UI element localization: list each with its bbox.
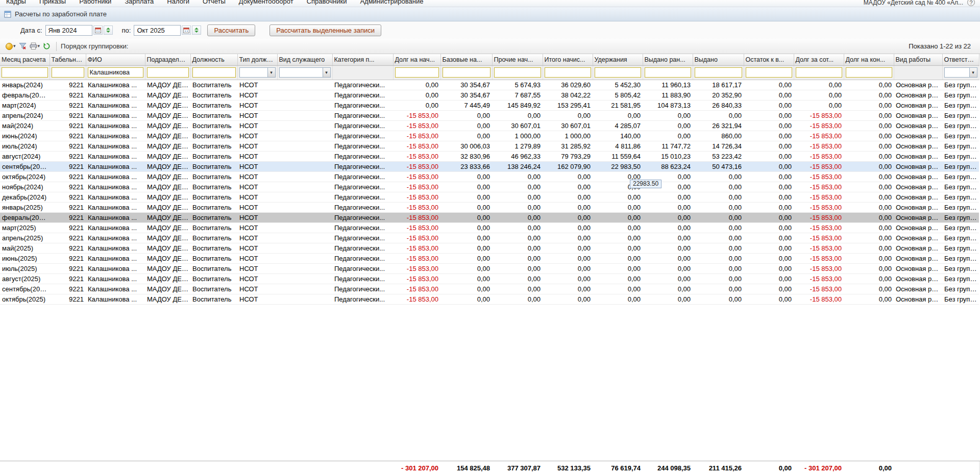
menu-item-0[interactable]: Кадры bbox=[6, 0, 26, 6]
filter-combo-serving_type[interactable]: ▾ bbox=[279, 67, 331, 78]
date-from-spinner-button[interactable] bbox=[104, 26, 113, 35]
chevron-down-icon[interactable]: ▾ bbox=[323, 68, 330, 77]
table-row[interactable]: май(2024)9221Калашникова ...МАДОУ ДЕТСК.… bbox=[0, 121, 979, 131]
table-row[interactable]: февраль(2024)9221Калашникова ...МАДОУ ДЕ… bbox=[0, 90, 979, 101]
table-row[interactable]: май(2025)9221Калашникова ...МАДОУ ДЕТСК.… bbox=[0, 243, 979, 254]
cell-fio: Калашникова ... bbox=[86, 243, 145, 254]
filter-cell-debt_end bbox=[844, 65, 894, 80]
cell-other_accruals: 46 962,33 bbox=[492, 152, 543, 162]
cell-work_type: Основная раб... bbox=[894, 233, 942, 243]
cell-fio: Калашникова ... bbox=[86, 284, 145, 294]
date-from-input[interactable] bbox=[45, 25, 92, 36]
table-row[interactable]: октябрь(2025)9221Калашникова ...МАДОУ ДЕ… bbox=[0, 294, 979, 305]
table-row[interactable]: февраль(2025)9221Калашникова ...МАДОУ ДЕ… bbox=[0, 213, 979, 223]
table-row[interactable]: август(2025)9221Калашникова ...МАДОУ ДЕТ… bbox=[0, 274, 979, 284]
cell-work_type: Основная раб... bbox=[894, 80, 942, 90]
menu-item-7[interactable]: Справочники bbox=[307, 0, 347, 6]
filter-input-fio[interactable] bbox=[88, 67, 143, 78]
date-to-calendar-button[interactable] bbox=[182, 26, 191, 35]
date-to-spinner-button[interactable] bbox=[192, 26, 201, 35]
chevron-down-icon[interactable]: ▾ bbox=[267, 68, 275, 77]
filter-input-debt_end[interactable] bbox=[846, 67, 892, 78]
column-header-tab_no[interactable]: Табельный ... bbox=[50, 54, 86, 65]
filter-input-month[interactable] bbox=[2, 67, 48, 78]
filter-input-department[interactable] bbox=[147, 67, 189, 78]
column-header-fio[interactable]: ФИО bbox=[86, 54, 145, 65]
cell-remainder: 0,00 bbox=[744, 213, 794, 223]
settings-button[interactable]: ▾ bbox=[4, 42, 17, 51]
cell-responsible: Без группы bbox=[942, 152, 979, 162]
column-header-serving_type[interactable]: Вид служащего bbox=[277, 54, 332, 65]
filter-input-debt_start[interactable] bbox=[395, 67, 439, 78]
table-row[interactable]: январь(2025)9221Калашникова ...МАДОУ ДЕТ… bbox=[0, 203, 979, 213]
date-from-calendar-button[interactable] bbox=[93, 26, 103, 35]
cell-remainder: 0,00 bbox=[744, 284, 794, 294]
menu-item-2[interactable]: Работники bbox=[79, 0, 111, 6]
table-row[interactable]: март(2024)9221Калашникова ...МАДОУ ДЕТСК… bbox=[0, 101, 979, 111]
column-header-work_type[interactable]: Вид работы bbox=[894, 54, 942, 65]
column-header-remainder[interactable]: Остаток к в... bbox=[744, 54, 794, 65]
table-row[interactable]: июль(2025)9221Калашникова ...МАДОУ ДЕТСК… bbox=[0, 264, 979, 274]
column-header-department[interactable]: Подразделение bbox=[145, 54, 190, 65]
column-header-category[interactable]: Категория п... bbox=[332, 54, 393, 65]
table-row[interactable]: октябрь(2024)9221Калашникова ...МАДОУ ДЕ… bbox=[0, 172, 979, 182]
menu-item-5[interactable]: Отчеты bbox=[203, 0, 226, 6]
filter-input-employee_debt[interactable] bbox=[796, 67, 842, 78]
print-button[interactable]: ▾ bbox=[28, 41, 42, 51]
table-row[interactable]: апрель(2025)9221Калашникова ...МАДОУ ДЕТ… bbox=[0, 233, 979, 243]
calculate-selected-button[interactable]: Рассчитать выделенные записи bbox=[270, 24, 381, 36]
refresh-button[interactable] bbox=[41, 41, 52, 51]
filter-input-issued_before[interactable] bbox=[645, 67, 691, 78]
table-row[interactable]: август(2024)9221Калашникова ...МАДОУ ДЕТ… bbox=[0, 152, 979, 162]
column-header-withholdings[interactable]: Удержания bbox=[593, 54, 643, 65]
table-row[interactable]: январь(2024)9221Калашникова ...МАДОУ ДЕТ… bbox=[0, 80, 979, 90]
column-header-position[interactable]: Должность bbox=[190, 54, 237, 65]
cell-other_accruals: 0,00 bbox=[492, 233, 543, 243]
table-row[interactable]: ноябрь(2024)9221Калашникова ...МАДОУ ДЕТ… bbox=[0, 182, 979, 192]
table-row[interactable]: сентябрь(2024)9221Калашникова ...МАДОУ Д… bbox=[0, 162, 979, 172]
column-header-total_accruals[interactable]: Итого начис... bbox=[543, 54, 593, 65]
column-header-other_accruals[interactable]: Прочие нач... bbox=[492, 54, 543, 65]
menu-item-1[interactable]: Приказы bbox=[39, 0, 66, 6]
calculate-button[interactable]: Рассчитать bbox=[207, 24, 255, 36]
table-row[interactable]: апрель(2024)9221Калашникова ...МАДОУ ДЕТ… bbox=[0, 111, 979, 121]
filter-input-position[interactable] bbox=[192, 67, 236, 78]
chevron-down-icon: ▾ bbox=[38, 44, 40, 48]
filter-input-issued[interactable] bbox=[695, 67, 742, 78]
filter-input-withholdings[interactable] bbox=[595, 67, 641, 78]
table-row[interactable]: март(2025)9221Калашникова ...МАДОУ ДЕТСК… bbox=[0, 223, 979, 233]
column-header-employee_debt[interactable]: Долг за сот... bbox=[794, 54, 844, 65]
table-row[interactable]: июль(2024)9221Калашникова ...МАДОУ ДЕТСК… bbox=[0, 141, 979, 152]
date-to-input[interactable] bbox=[134, 25, 181, 36]
chevron-down-icon[interactable]: ▾ bbox=[969, 68, 977, 77]
column-header-position_type[interactable]: Тип должности bbox=[237, 54, 277, 65]
table-row[interactable]: июнь(2024)9221Калашникова ...МАДОУ ДЕТСК… bbox=[0, 131, 979, 141]
filter-combo-position_type[interactable]: ▾ bbox=[239, 67, 276, 78]
table-row[interactable]: декабрь(2024)9221Калашникова ...МАДОУ ДЕ… bbox=[0, 192, 979, 203]
menu-item-4[interactable]: Налоги bbox=[167, 0, 189, 6]
column-header-base_accruals[interactable]: Базовые на... bbox=[440, 54, 492, 65]
filter-input-other_accruals[interactable] bbox=[494, 67, 541, 78]
column-header-issued[interactable]: Выдано bbox=[693, 54, 744, 65]
menu-item-8[interactable]: Администрирование bbox=[360, 0, 423, 6]
filter-combo-responsible[interactable]: ▾ bbox=[944, 67, 977, 78]
clear-filter-button[interactable] bbox=[17, 41, 28, 51]
column-header-responsible[interactable]: Ответственн... bbox=[942, 54, 979, 65]
cell-position_type: НСОТ bbox=[237, 233, 277, 243]
filter-input-remainder[interactable] bbox=[746, 67, 792, 78]
cell-withholdings: 0,00 bbox=[593, 264, 643, 274]
filter-input-base_accruals[interactable] bbox=[443, 67, 491, 78]
menu-item-3[interactable]: Зарплата bbox=[125, 0, 154, 6]
column-header-month[interactable]: Месяц расчета bbox=[0, 54, 50, 65]
cell-issued_before: 0,00 bbox=[643, 284, 693, 294]
cell-category: Педагогически... bbox=[332, 80, 393, 90]
table-row[interactable]: сентябрь(2025)9221Калашникова ...МАДОУ Д… bbox=[0, 284, 979, 294]
help-icon[interactable]: ? bbox=[967, 0, 975, 6]
column-header-issued_before[interactable]: Выдано ран... bbox=[643, 54, 693, 65]
filter-input-tab_no[interactable] bbox=[52, 67, 84, 78]
table-row[interactable]: июнь(2025)9221Калашникова ...МАДОУ ДЕТСК… bbox=[0, 254, 979, 264]
menu-item-6[interactable]: Документооборот bbox=[239, 0, 293, 6]
filter-input-total_accruals[interactable] bbox=[545, 67, 591, 78]
column-header-debt_start[interactable]: Долг на нач... bbox=[393, 54, 440, 65]
column-header-debt_end[interactable]: Долг на кон... bbox=[844, 54, 894, 65]
